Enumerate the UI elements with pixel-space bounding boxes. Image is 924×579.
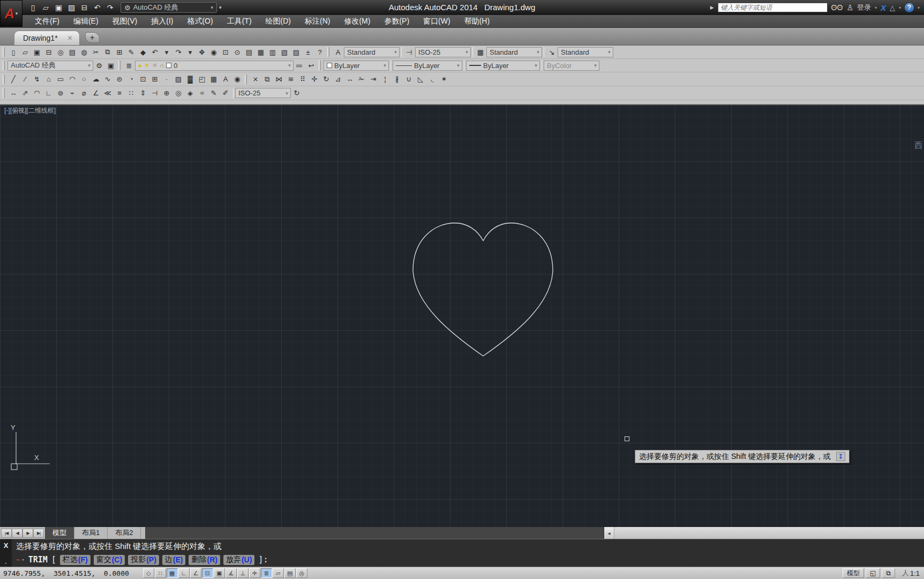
center-mark-icon[interactable]: ◎ [172,87,184,99]
new-tab-button[interactable]: + [85,32,100,43]
first-tab-button[interactable]: |◀ [1,529,12,538]
undo-dropdown-icon[interactable]: ▾ [161,47,172,58]
lineweight-control-combo[interactable]: ByLayer ▾ [466,61,540,71]
layer-properties-manager-icon[interactable]: ≣ [123,60,135,71]
menu-item[interactable]: 插入(I) [144,15,180,27]
tolerance-icon[interactable]: ⊕ [161,87,172,99]
multiline-text-icon[interactable]: A [220,73,231,85]
scroll-left-icon[interactable]: ◂ [604,527,614,539]
toolbar-grip[interactable] [319,61,321,70]
layer-lock-icon[interactable]: ∩ [160,62,164,69]
arc-length-dimension-icon[interactable]: ◠ [31,87,43,99]
dimension-style-combo[interactable]: ISO-25 ▾ [415,47,471,57]
zoom-realtime-icon[interactable]: ◉ [208,47,220,58]
command-body[interactable]: 选择要修剪的对象，或按住 Shift 键选择要延伸的对象，或 ⌁ ▾ TRIM … [12,539,924,567]
add-selected-icon[interactable]: ◉ [231,73,243,85]
3d-object-snap-toggle[interactable]: ▣ [214,568,225,578]
option-crossing[interactable]: 窗交 (C) [94,555,125,565]
match-properties-icon[interactable]: ✎ [125,47,137,58]
dimension-space-icon[interactable]: ⇕ [137,87,149,99]
ortho-toggle[interactable]: ∟ [178,568,190,578]
copy-icon[interactable]: ⧉ [261,73,273,85]
erase-icon[interactable]: ⨯ [250,73,261,85]
diameter-dimension-icon[interactable]: ⌀ [78,87,90,99]
plot-icon[interactable]: ⊟ [43,47,55,58]
new-file-icon[interactable]: ▯ [27,2,39,13]
help-icon[interactable]: ? [905,3,914,12]
toolbar-grip[interactable] [327,47,329,57]
toolbar-grip[interactable] [118,61,121,70]
gradient-icon[interactable]: ▓ [184,73,196,85]
cut-icon[interactable]: ✂ [90,47,102,58]
horizontal-scrollbar[interactable]: ◂ [604,527,924,539]
baseline-dimension-icon[interactable]: ≡ [114,87,125,99]
quick-dimension-icon[interactable]: ≪ [102,87,114,99]
layout-tab[interactable]: 布局2 [108,527,141,539]
grid-toggle[interactable]: ▦ [167,568,178,578]
toolbar-grip[interactable] [3,75,5,84]
dynamic-input-toggle[interactable]: ✛ [249,568,260,578]
menu-item[interactable]: 修改(M) [337,15,377,27]
quick-view-layouts-icon[interactable]: ◱ [866,568,880,578]
aligned-dimension-icon[interactable]: ⇗ [19,87,31,99]
table-style-combo[interactable]: Standard ▾ [486,47,542,57]
dimension-edit-icon[interactable]: ✎ [208,87,220,99]
open-file-icon[interactable]: ▱ [19,47,31,58]
dynamic-ucs-toggle[interactable]: ⊥ [237,568,249,578]
polar-tracking-toggle[interactable]: ∠ [190,568,201,578]
annotation-scale-control[interactable]: 人 1:1 [902,568,920,578]
markup-set-manager-icon[interactable]: ▨ [290,47,302,58]
menu-item[interactable]: 文件(F) [28,15,66,27]
menu-item[interactable]: 工具(T) [220,15,259,27]
option-edge[interactable]: 边 (E) [162,555,186,565]
text-style-combo[interactable]: Standard ▾ [344,47,400,57]
polygon-icon[interactable]: ⌂ [43,73,55,85]
next-tab-button[interactable]: ▶ [22,529,33,538]
sheet-set-manager-icon[interactable]: ▧ [279,47,290,58]
option-undo[interactable]: 放弃 (U) [223,555,254,565]
redo-icon[interactable]: ↷ [104,2,116,13]
circle-icon[interactable]: ○ [78,73,90,85]
layer-freeze-sun-icon[interactable]: ☀ [144,62,150,69]
toolbar-grip[interactable] [3,88,5,98]
redo-icon[interactable]: ↷ [172,47,184,58]
drawing-canvas[interactable]: [-][俯视][二维线框] 西 Y X 选择要修剪的对象，或按住 Shift 键… [0,105,924,527]
layer-on-bulb-icon[interactable]: ● [138,62,142,69]
break-icon[interactable]: ∦ [391,73,403,85]
save-icon[interactable]: ▣ [31,47,43,58]
zoom-previous-icon[interactable]: ⊙ [231,47,243,58]
plot-style-combo[interactable]: ByColor ▾ [544,61,599,71]
ellipse-arc-icon[interactable]: ◔ [125,73,137,85]
option-erase[interactable]: 删除 (R) [189,555,220,565]
transparency-toggle[interactable]: ▱ [273,568,284,578]
rectangle-icon[interactable]: ▭ [55,73,66,85]
chamfer-icon[interactable]: ◺ [415,73,426,85]
pan-icon[interactable]: ✥ [196,47,208,58]
chevron-down-icon[interactable]: ▾ [918,5,920,10]
infocenter-expand-icon[interactable]: ▶ [710,5,714,10]
file-tab-drawing1[interactable]: Drawing1* ✕ [14,31,80,45]
revision-cloud-icon[interactable]: ☁ [90,73,102,85]
line-icon[interactable]: ╱ [7,73,19,85]
explode-icon[interactable]: ✶ [438,73,450,85]
menu-item[interactable]: 帮助(H) [457,15,497,27]
trim-icon[interactable]: ✁ [356,73,367,85]
continue-dimension-icon[interactable]: ∷ [125,87,137,99]
undo-icon[interactable]: ↶ [91,2,103,13]
stretch-icon[interactable]: ↔ [344,73,356,85]
customize-icon[interactable]: ▪ [5,561,7,566]
menu-item[interactable]: 视图(V) [106,15,145,27]
quick-view-drawings-icon[interactable]: ⧉ [882,568,895,578]
new-file-icon[interactable]: ▯ [7,47,19,58]
layout-tab[interactable]: 模型 [45,527,74,539]
last-tab-button[interactable]: ▶| [33,529,44,538]
menu-item[interactable]: 参数(P) [377,15,416,27]
radius-dimension-icon[interactable]: ⊚ [55,87,66,99]
tool-palettes-icon[interactable]: ▥ [267,47,279,58]
object-snap-toggle[interactable]: ⊡ [202,568,213,578]
construction-line-icon[interactable]: ∕ [19,73,31,85]
dimension-update-icon[interactable]: ↻ [291,87,303,99]
region-icon[interactable]: ◰ [196,73,208,85]
redo-dropdown-icon[interactable]: ▾ [184,47,196,58]
menu-item[interactable]: 标注(N) [298,15,337,27]
